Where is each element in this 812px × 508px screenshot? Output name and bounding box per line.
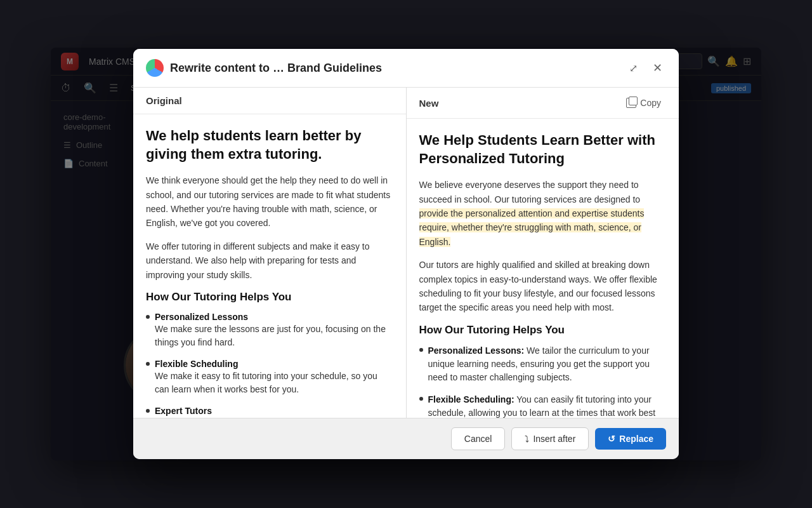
cancel-button[interactable]: Cancel — [451, 427, 506, 450]
bullet-dot-1 — [146, 315, 150, 319]
modal-footer: Cancel ⤵ Insert after ↺ Replace — [133, 418, 679, 459]
new-bullet-content-2: Flexible Scheduling: You can easily fit … — [428, 393, 667, 418]
original-section-heading: How Our Tutoring Helps You — [146, 291, 393, 304]
modal-body: Original We help students learn better b… — [133, 88, 679, 418]
original-panel: Original We help students learn better b… — [133, 88, 407, 418]
original-bullet-list: Personalized Lessons We make sure the le… — [146, 311, 393, 418]
bullet-text-2: We make it easy to fit tutoring into you… — [155, 371, 377, 394]
bullet-title-1: Personalized Lessons — [155, 312, 248, 322]
new-paragraph1: We believe everyone deserves the support… — [419, 178, 667, 249]
bullet-text-1: We make sure the lessons are just for yo… — [155, 324, 386, 347]
insert-after-button[interactable]: ⤵ Insert after — [511, 427, 589, 450]
expand-button[interactable]: ⤢ — [624, 59, 642, 77]
original-bullet-1: Personalized Lessons We make sure the le… — [146, 311, 393, 349]
new-heading: We Help Students Learn Better with Perso… — [419, 131, 667, 168]
new-bullet-content-1: Personalized Lessons: We tailor the curr… — [428, 344, 667, 384]
bullet-title-2: Flexible Scheduling — [155, 359, 238, 369]
original-bullet-3: Expert Tutors Our tutors know their stuf… — [146, 405, 393, 418]
bullet-title-3: Expert Tutors — [155, 406, 212, 416]
bullet-content-2: Flexible Scheduling We make it easy to f… — [155, 358, 393, 396]
new-bullet-1: Personalized Lessons: We tailor the curr… — [419, 344, 667, 384]
new-bullet-title-1: Personalized Lessons: — [428, 345, 525, 356]
new-bullet-dot-1 — [419, 348, 423, 352]
ai-icon — [146, 59, 164, 77]
copy-label: Copy — [640, 98, 661, 108]
bullet-dot-2 — [146, 362, 150, 366]
modal-header: Rewrite content to … Brand Guidelines ⤢ … — [133, 49, 679, 88]
original-panel-header: Original — [133, 88, 406, 114]
new-p1-highlighted: provide the personalized attention and e… — [419, 208, 645, 247]
original-content[interactable]: We help students learn better by giving … — [133, 114, 406, 418]
new-bullet-list: Personalized Lessons: We tailor the curr… — [419, 344, 667, 418]
new-label: New — [419, 98, 439, 109]
bullet-content-3: Expert Tutors Our tutors know their stuf… — [155, 405, 393, 418]
new-bullet-title-2: Flexible Scheduling: — [428, 394, 514, 404]
original-bullet-2: Flexible Scheduling We make it easy to f… — [146, 358, 393, 396]
replace-button[interactable]: ↺ Replace — [595, 428, 666, 450]
replace-icon: ↺ — [608, 434, 615, 444]
new-panel: New Copy We Help Students Learn Better w… — [407, 88, 679, 418]
new-p1-before: We believe everyone deserves the support… — [419, 180, 641, 204]
new-section-heading: How Our Tutoring Helps You — [419, 324, 667, 337]
original-paragraph2: We offer tutoring in different subjects … — [146, 239, 393, 282]
bullet-content-1: Personalized Lessons We make sure the le… — [155, 311, 393, 349]
modal-title: Rewrite content to … Brand Guidelines — [170, 62, 618, 75]
insert-icon: ⤵ — [525, 434, 529, 444]
replace-label: Replace — [619, 434, 653, 444]
copy-icon — [626, 98, 636, 108]
new-bullet-dot-2 — [419, 397, 423, 401]
original-paragraph1: We think everyone should get the help th… — [146, 173, 393, 231]
new-paragraph2: Our tutors are highly qualified and skil… — [419, 258, 667, 315]
close-button[interactable]: ✕ — [648, 59, 666, 77]
rewrite-modal: Rewrite content to … Brand Guidelines ⤢ … — [133, 49, 679, 459]
copy-button[interactable]: Copy — [621, 95, 666, 110]
original-heading: We help students learn better by giving … — [146, 127, 393, 163]
new-bullet-2: Flexible Scheduling: You can easily fit … — [419, 393, 667, 418]
new-content[interactable]: We Help Students Learn Better with Perso… — [407, 119, 679, 418]
insert-label: Insert after — [533, 434, 575, 444]
new-panel-header: New Copy — [407, 88, 679, 119]
original-label: Original — [146, 95, 182, 106]
bullet-dot-3 — [146, 409, 150, 413]
